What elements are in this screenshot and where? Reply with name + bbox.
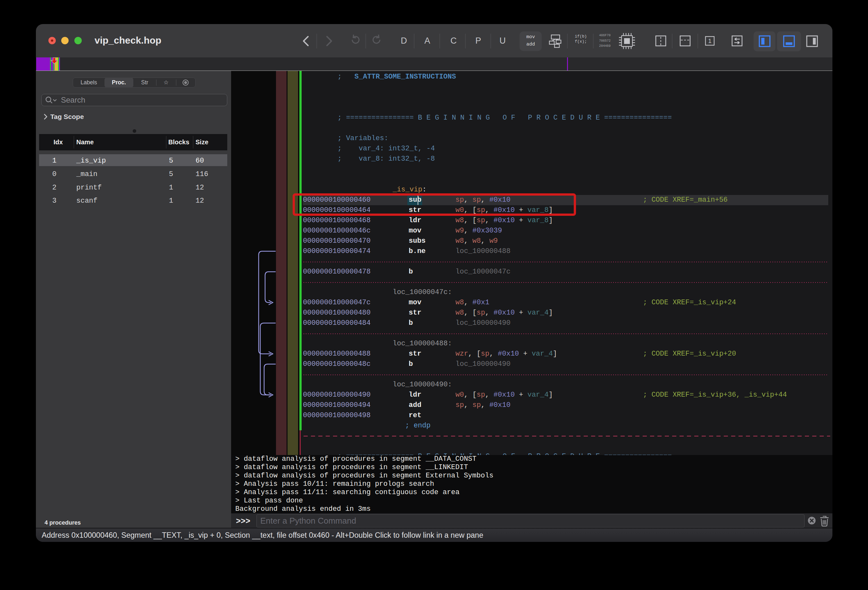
svg-text:1: 1 xyxy=(708,37,712,44)
